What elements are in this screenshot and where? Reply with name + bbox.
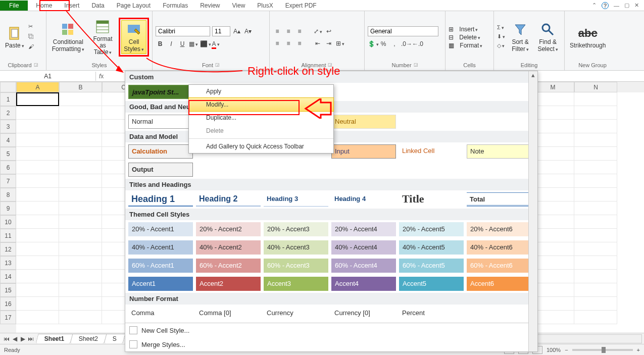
- insert-cells-button[interactable]: ⊞ Insert: [449, 26, 490, 33]
- orientation-icon[interactable]: ⤢: [313, 27, 322, 36]
- cell-N3[interactable]: [574, 120, 617, 133]
- cell-A6[interactable]: [16, 161, 59, 174]
- cut-icon[interactable]: ✂: [28, 23, 37, 31]
- style-20-accent1[interactable]: 20% - Accent1: [128, 222, 193, 236]
- pagelayout-tab[interactable]: Page Layout: [111, 1, 157, 10]
- ctx-delete[interactable]: Delete: [189, 124, 333, 137]
- style-neutral[interactable]: Neutral: [331, 115, 396, 129]
- cell-A8[interactable]: [16, 188, 59, 201]
- style-accent6[interactable]: Accent6: [467, 277, 531, 291]
- gallery-scrollbar[interactable]: ▴: [528, 71, 537, 351]
- style-calculation[interactable]: Calculation: [128, 144, 193, 159]
- cell-N14[interactable]: [574, 270, 617, 283]
- style-40-accent4[interactable]: 40% - Accent4: [331, 240, 396, 255]
- ctx-modify[interactable]: Modify...: [188, 97, 334, 112]
- cell-N12[interactable]: [574, 242, 617, 256]
- cell-N9[interactable]: [574, 201, 617, 215]
- style-accent2[interactable]: Accent2: [196, 277, 261, 291]
- clipboard-dialog-icon[interactable]: ◲: [34, 62, 38, 68]
- style-40-accent1[interactable]: 40% - Accent1: [128, 240, 193, 255]
- cell-B5[interactable]: [59, 147, 102, 161]
- row-header-2[interactable]: 2: [0, 106, 16, 120]
- cell-A13[interactable]: [16, 256, 59, 270]
- cell-B11[interactable]: [59, 229, 102, 242]
- help-icon[interactable]: ?: [602, 2, 609, 9]
- merge-center-icon[interactable]: ⊞: [335, 39, 344, 48]
- style-60-accent1[interactable]: 60% - Accent1: [128, 259, 193, 273]
- style-input[interactable]: Input: [331, 144, 396, 159]
- cell-A4[interactable]: [16, 133, 59, 147]
- fill-icon[interactable]: ⬇: [497, 33, 506, 41]
- cell-B14[interactable]: [59, 270, 102, 283]
- cell-A9[interactable]: [16, 201, 59, 215]
- row-header-15[interactable]: 15: [0, 283, 16, 297]
- col-header-B[interactable]: B: [59, 82, 102, 92]
- align-center-icon[interactable]: ≡: [284, 39, 293, 48]
- zoom-in-icon[interactable]: +: [637, 347, 640, 353]
- cell-A10[interactable]: [16, 215, 59, 229]
- ctx-add-qat[interactable]: Add Gallery to Quick Access Toolbar: [189, 140, 333, 153]
- zoom-slider[interactable]: [572, 349, 633, 351]
- cell-B12[interactable]: [59, 242, 102, 256]
- style-accent3[interactable]: Accent3: [264, 277, 328, 291]
- minimize-ribbon-icon[interactable]: ⌃: [592, 2, 597, 9]
- find-select-button[interactable]: Find & Select: [534, 21, 561, 53]
- cell-A16[interactable]: [16, 297, 59, 311]
- view-tab[interactable]: View: [226, 1, 252, 10]
- borders-button[interactable]: ▦: [189, 39, 198, 48]
- col-header-A[interactable]: A: [16, 82, 59, 92]
- style-20-accent4[interactable]: 20% - Accent4: [331, 222, 396, 236]
- new-cell-style-button[interactable]: New Cell Style...: [125, 323, 537, 337]
- fill-color-button[interactable]: ⬛: [200, 39, 209, 48]
- sheet-nav-first-icon[interactable]: ⏮: [3, 335, 10, 342]
- row-header-13[interactable]: 13: [0, 256, 16, 270]
- increase-font-icon[interactable]: A▴: [232, 27, 241, 36]
- increase-indent-icon[interactable]: ⇥: [324, 39, 333, 48]
- expertpdf-tab[interactable]: Expert PDF: [279, 1, 323, 10]
- row-header-1[interactable]: 1: [0, 92, 16, 106]
- cell-styles-button[interactable]: Cell Styles: [121, 20, 146, 54]
- col-header-N[interactable]: N: [574, 82, 617, 92]
- style-heading4[interactable]: Heading 4: [331, 192, 396, 207]
- cell-N5[interactable]: [574, 147, 617, 161]
- row-header-3[interactable]: 3: [0, 120, 16, 133]
- cell-A14[interactable]: [16, 270, 59, 283]
- zoom-level[interactable]: 100%: [547, 347, 561, 353]
- cell-N15[interactable]: [574, 283, 617, 297]
- cell-B10[interactable]: [59, 215, 102, 229]
- cell-A3[interactable]: [16, 120, 59, 133]
- cell-B17[interactable]: [59, 311, 102, 324]
- style-heading1[interactable]: Heading 1: [128, 192, 193, 207]
- sort-filter-button[interactable]: Sort & Filter: [508, 21, 532, 53]
- fx-icon[interactable]: fx: [96, 73, 107, 80]
- plusx-tab[interactable]: PlusX: [251, 1, 279, 10]
- row-header-10[interactable]: 10: [0, 215, 16, 229]
- format-cells-button[interactable]: ▦ Format: [449, 42, 490, 49]
- decrease-font-icon[interactable]: A▾: [243, 27, 253, 36]
- row-header-14[interactable]: 14: [0, 270, 16, 283]
- delete-cells-button[interactable]: ⊟ Delete: [449, 34, 490, 41]
- percent-format-icon[interactable]: %: [379, 39, 388, 48]
- cell-N17[interactable]: [574, 311, 617, 324]
- sheet-nav-last-icon[interactable]: ⏭: [27, 335, 34, 342]
- cell-B2[interactable]: [59, 106, 102, 120]
- cell-B7[interactable]: [59, 174, 102, 188]
- cell-N10[interactable]: [574, 215, 617, 229]
- row-header-7[interactable]: 7: [0, 174, 16, 188]
- data-tab[interactable]: Data: [85, 1, 110, 10]
- style-20-accent3[interactable]: 20% - Accent3: [264, 222, 328, 236]
- autosum-icon[interactable]: Σ: [497, 24, 506, 32]
- cell-B4[interactable]: [59, 133, 102, 147]
- style-60-accent2[interactable]: 60% - Accent2: [196, 259, 261, 273]
- style-currency[interactable]: Currency: [264, 307, 328, 321]
- number-dialog-icon[interactable]: ◲: [414, 62, 418, 68]
- style-comma[interactable]: Comma: [128, 307, 193, 321]
- style-60-accent3[interactable]: 60% - Accent3: [264, 259, 328, 273]
- cell-B3[interactable]: [59, 120, 102, 133]
- cell-A12[interactable]: [16, 242, 59, 256]
- italic-button[interactable]: I: [167, 39, 176, 48]
- cell-N7[interactable]: [574, 174, 617, 188]
- format-painter-icon[interactable]: 🖌: [28, 43, 37, 52]
- style-accent5[interactable]: Accent5: [399, 277, 464, 291]
- comma-format-icon[interactable]: ,: [390, 39, 399, 48]
